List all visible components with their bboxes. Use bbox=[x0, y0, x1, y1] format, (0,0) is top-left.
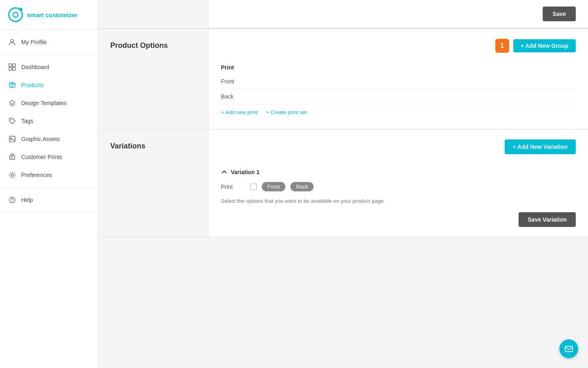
sidebar-item-label-dashboard: Dashboard bbox=[21, 64, 49, 70]
svg-point-8 bbox=[11, 137, 12, 139]
create-print-set-link[interactable]: + Create print set bbox=[266, 109, 307, 115]
svg-point-1 bbox=[11, 40, 14, 43]
product-options-header: 1 + Add New Group bbox=[221, 39, 576, 53]
profile-icon bbox=[8, 38, 16, 46]
sidebar-item-label-graphic-assets: Graphic Assets bbox=[21, 136, 60, 142]
design-templates-icon bbox=[8, 99, 16, 107]
variation-back-tag[interactable]: Back bbox=[290, 182, 314, 191]
sidebar-profile-section: My Profile bbox=[0, 30, 98, 55]
product-options-section: Product Options 1 + Add New Group Print … bbox=[98, 29, 588, 130]
help-icon bbox=[8, 196, 16, 204]
print-group: Print Front Back + Add new print + Creat… bbox=[221, 61, 576, 115]
preferences-icon bbox=[8, 171, 16, 179]
customer-prints-icon bbox=[8, 153, 16, 161]
product-options-content: 1 + Add New Group Print Front Back + Add… bbox=[208, 29, 588, 129]
app-logo-icon bbox=[8, 7, 23, 22]
svg-rect-7 bbox=[9, 136, 15, 142]
sidebar-item-customer-prints[interactable]: Customer Prints bbox=[0, 148, 98, 166]
variation-print-checkbox[interactable] bbox=[250, 184, 257, 190]
app-name: smart customizer bbox=[27, 11, 78, 18]
svg-rect-5 bbox=[13, 67, 16, 70]
sidebar-item-products[interactable]: Products bbox=[0, 76, 98, 94]
sidebar-help-section: Help bbox=[0, 188, 98, 213]
tags-icon bbox=[8, 117, 16, 125]
svg-point-0 bbox=[13, 12, 18, 17]
sidebar-nav-section: Dashboard Products Design Templates bbox=[0, 55, 98, 188]
svg-point-14 bbox=[12, 201, 13, 202]
graphic-assets-icon bbox=[8, 135, 16, 143]
variation-print-label: Print bbox=[221, 184, 245, 190]
svg-rect-11 bbox=[11, 158, 13, 159]
email-icon bbox=[564, 344, 573, 353]
print-item-front: Front bbox=[221, 74, 576, 89]
sidebar-item-label-preferences: Preferences bbox=[21, 172, 52, 178]
dashboard-icon bbox=[8, 63, 16, 71]
sidebar-item-label-products: Products bbox=[21, 82, 44, 88]
print-group-title: Print bbox=[221, 61, 576, 74]
product-options-label: Product Options bbox=[98, 29, 208, 129]
svg-rect-9 bbox=[10, 155, 15, 159]
main-content: Save Product Options 1 + Add New Group P… bbox=[98, 0, 588, 368]
sidebar-item-label-customer-prints: Customer Prints bbox=[21, 154, 62, 160]
add-new-variation-button[interactable]: + Add New Variation bbox=[505, 139, 576, 154]
sidebar-item-preferences[interactable]: Preferences bbox=[0, 166, 98, 184]
sidebar-item-my-profile[interactable]: My Profile bbox=[0, 33, 98, 51]
top-save-section: Save bbox=[208, 0, 588, 28]
variation-1-title: Variation 1 bbox=[231, 169, 260, 175]
variation-1-header: Variation 1 bbox=[221, 169, 576, 175]
variation-hint: Select the options that you want to be a… bbox=[221, 198, 576, 204]
svg-rect-15 bbox=[565, 346, 572, 352]
variations-section: Variations + Add New Variation Variation… bbox=[98, 130, 588, 237]
print-item-back: Back bbox=[221, 89, 576, 104]
chevron-up-icon bbox=[221, 169, 227, 175]
save-button[interactable]: Save bbox=[543, 7, 576, 21]
save-variation-button[interactable]: Save Variation bbox=[519, 212, 576, 227]
sidebar-item-label-tags: Tags bbox=[21, 118, 33, 124]
products-icon bbox=[8, 81, 16, 89]
svg-point-6 bbox=[11, 119, 11, 120]
chat-button[interactable] bbox=[559, 339, 578, 358]
svg-point-12 bbox=[11, 174, 13, 176]
sidebar-item-tags[interactable]: Tags bbox=[0, 112, 98, 130]
sidebar-logo: smart customizer bbox=[0, 0, 98, 30]
svg-rect-3 bbox=[13, 64, 16, 67]
sidebar-item-label-help: Help bbox=[21, 197, 33, 203]
sidebar-item-design-templates[interactable]: Design Templates bbox=[0, 94, 98, 112]
svg-rect-2 bbox=[9, 64, 12, 67]
variation-1-row: Print Front Back bbox=[221, 182, 576, 191]
sidebar-item-dashboard[interactable]: Dashboard bbox=[0, 58, 98, 76]
sidebar-item-graphic-assets[interactable]: Graphic Assets bbox=[0, 130, 98, 148]
sidebar: smart customizer My Profile bbox=[0, 0, 98, 368]
group-count-badge: 1 bbox=[495, 39, 509, 53]
variations-label: Variations bbox=[98, 130, 208, 237]
sidebar-item-label-design-templates: Design Templates bbox=[21, 100, 67, 106]
print-actions: + Add new print + Create print set bbox=[221, 109, 576, 115]
add-new-group-button[interactable]: + Add New Group bbox=[513, 39, 576, 52]
add-new-print-link[interactable]: + Add new print bbox=[221, 109, 258, 115]
variations-content: + Add New Variation Variation 1 Print Fr… bbox=[208, 130, 588, 237]
sidebar-item-label-profile: My Profile bbox=[21, 39, 47, 45]
variation-front-tag[interactable]: Front bbox=[262, 182, 285, 191]
svg-rect-10 bbox=[11, 157, 13, 157]
sidebar-item-help[interactable]: Help bbox=[0, 191, 98, 209]
svg-rect-4 bbox=[9, 67, 12, 70]
